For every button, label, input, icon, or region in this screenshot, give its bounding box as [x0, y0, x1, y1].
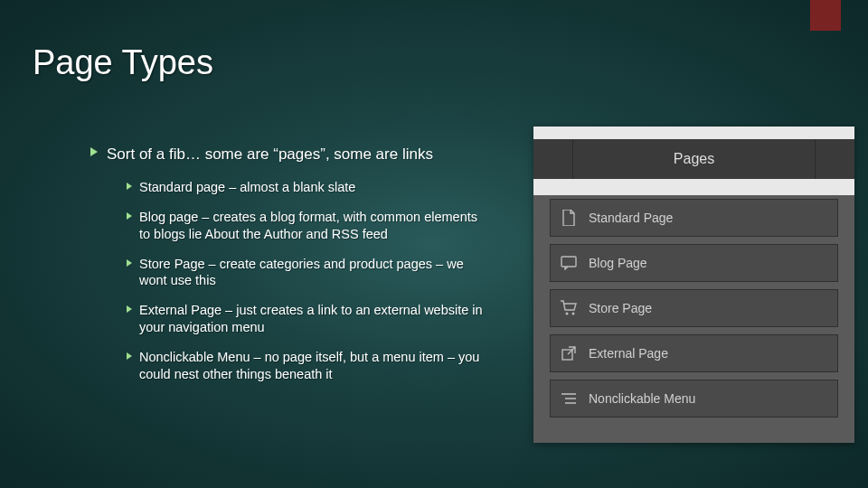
- panel-header: Pages: [533, 139, 854, 179]
- menu-item-standard-page[interactable]: Standard Page: [550, 199, 838, 237]
- page-type-menu: Standard Page Blog Page Store Page Exter…: [550, 199, 838, 425]
- menu-item-external-page[interactable]: External Page: [550, 334, 838, 372]
- pages-panel: Pages Standard Page Blog Page Store Page: [533, 127, 854, 443]
- arrow-icon: [127, 352, 132, 360]
- arrow-icon: [127, 305, 132, 313]
- panel-header-left: [533, 139, 573, 179]
- menu-item-label: Standard Page: [589, 211, 673, 225]
- external-icon: [560, 344, 578, 362]
- arrow-icon: [127, 212, 132, 220]
- svg-rect-0: [561, 257, 576, 267]
- bullet-main-text: Sort of a fib… some are “pages”, some ar…: [107, 145, 433, 164]
- arrow-icon: [127, 183, 132, 190]
- file-icon: [560, 209, 578, 227]
- sub-bullet-text: Standard page – almost a blank slate: [139, 179, 355, 196]
- sub-bullet: External Page – just creates a link to a…: [127, 302, 488, 336]
- svg-point-2: [572, 313, 575, 315]
- svg-point-1: [566, 313, 569, 315]
- slide-title: Page Types: [33, 43, 213, 82]
- menu-item-nonclickable-menu[interactable]: Nonclickable Menu: [550, 380, 838, 418]
- sub-bullet-text: Nonclickable Menu – no page itself, but …: [139, 349, 488, 383]
- cart-icon: [560, 299, 578, 317]
- menu-item-label: External Page: [589, 346, 668, 361]
- arrow-icon: [127, 259, 132, 267]
- sub-bullets: Standard page – almost a blank slate Blo…: [127, 179, 488, 383]
- menu-item-store-page[interactable]: Store Page: [550, 289, 838, 327]
- menu-item-label: Blog Page: [589, 256, 647, 270]
- menu-item-blog-page[interactable]: Blog Page: [550, 244, 838, 282]
- bullet-main: Sort of a fib… some are “pages”, some ar…: [90, 145, 488, 164]
- menu-item-label: Nonclickable Menu: [589, 391, 695, 406]
- sub-bullet: Store Page – create categories and produ…: [127, 256, 488, 290]
- sub-bullet: Blog page – creates a blog format, with …: [127, 209, 488, 243]
- accent-bar: [810, 0, 841, 31]
- sub-bullet-text: External Page – just creates a link to a…: [139, 302, 488, 336]
- panel-divider: [533, 179, 854, 195]
- sub-bullet-text: Store Page – create categories and produ…: [139, 256, 488, 290]
- panel-header-title: Pages: [573, 139, 815, 179]
- list-icon: [560, 389, 578, 408]
- panel-header-right: [815, 139, 854, 179]
- chat-icon: [560, 254, 578, 272]
- slide-content: Sort of a fib… some are “pages”, some ar…: [90, 145, 488, 396]
- panel-top-bar: [533, 127, 854, 139]
- arrow-icon: [90, 147, 98, 156]
- sub-bullet: Standard page – almost a blank slate: [127, 179, 488, 196]
- sub-bullet-text: Blog page – creates a blog format, with …: [139, 209, 488, 243]
- menu-item-label: Store Page: [589, 301, 652, 315]
- sub-bullet: Nonclickable Menu – no page itself, but …: [127, 349, 488, 383]
